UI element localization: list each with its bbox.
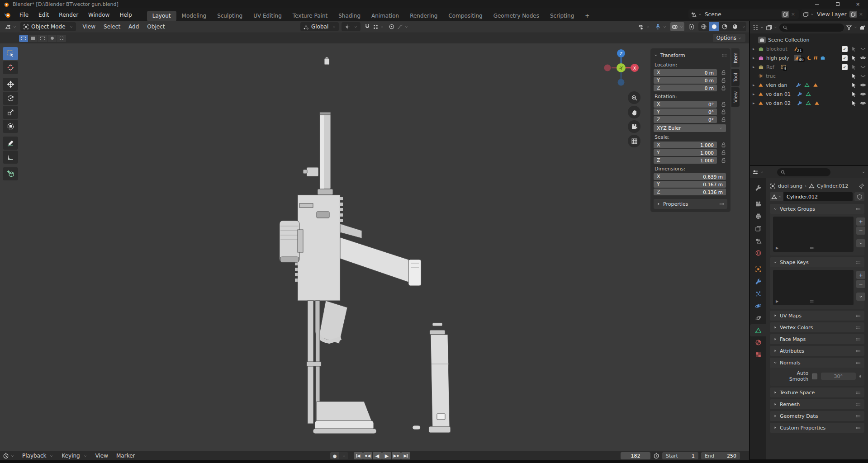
outliner-row-vo-dan-01[interactable]: ▸ vo dan 01 (750, 90, 868, 99)
outliner-row-truc[interactable]: truc (750, 71, 868, 80)
exclude-checkbox[interactable]: ✓ (842, 55, 848, 61)
expand-icon[interactable]: ▸ (753, 101, 758, 105)
previous-keyframe-button[interactable]: ◆◀ (363, 452, 372, 459)
rotation-z-field[interactable]: Z0° (654, 116, 717, 123)
selectable-icon[interactable] (851, 64, 857, 70)
record-button[interactable]: ● (330, 452, 339, 459)
panel-shape-keys[interactable]: Shape Keys (770, 257, 864, 267)
proportional-falloff-dropdown[interactable] (396, 22, 409, 31)
outliner-row-vien-dan[interactable]: ▸ vien dan (750, 80, 868, 90)
new-view-layer-icon[interactable] (849, 11, 857, 18)
auto-smooth-checkbox[interactable] (812, 373, 817, 379)
breadcrumb-object[interactable]: duoi sung (778, 183, 802, 189)
scale-y-field[interactable]: Y1.000 (654, 149, 717, 156)
zoom-button[interactable] (628, 91, 640, 104)
rotation-y-field[interactable]: Y0° (654, 109, 717, 115)
properties-filter-dropdown[interactable] (860, 170, 866, 175)
view-layer-selector[interactable]: View Layer × (801, 9, 867, 19)
frame-start-field[interactable]: Start1 (662, 452, 698, 459)
panel-grip-icon[interactable] (721, 52, 727, 58)
viewport-menu-add[interactable]: Add (124, 24, 143, 30)
remove-vertex-group-button[interactable]: − (856, 227, 865, 235)
animate-decorator[interactable] (859, 375, 861, 378)
selectable-icon[interactable] (851, 91, 857, 97)
hide-eye-icon[interactable] (860, 55, 866, 61)
location-y-field[interactable]: Y0 m (654, 77, 717, 84)
new-scene-icon[interactable] (782, 11, 789, 18)
workspace-tab-layout[interactable]: Layout (147, 11, 176, 21)
workspace-tab-scripting[interactable]: Scripting (545, 11, 579, 21)
outliner-row-ref[interactable]: ▸ Ref 3 ✓ (750, 62, 868, 71)
shading-solid-button[interactable] (709, 22, 719, 31)
snap-toggle[interactable] (363, 22, 371, 31)
add-vertex-group-button[interactable]: + (856, 217, 865, 226)
sidebar-tab-view[interactable]: View (731, 87, 740, 107)
jump-to-end-button[interactable]: ▶ (401, 452, 410, 459)
tool-select-box[interactable] (3, 47, 18, 60)
panel-face-maps[interactable]: Face Maps (770, 334, 864, 344)
lock-location-x-icon[interactable] (721, 70, 726, 76)
timeline-menu-marker[interactable]: Marker (112, 453, 139, 459)
workspace-tab-compositing[interactable]: Compositing (443, 11, 488, 21)
outliner-search-input[interactable] (779, 24, 844, 32)
outliner-row-scene-collection[interactable]: Scene Collection (750, 35, 868, 44)
timeline-editor-type-button[interactable] (3, 453, 14, 459)
workspace-tab-geometry-nodes[interactable]: Geometry Nodes (488, 11, 545, 21)
list-expand-icon[interactable]: ▶ (776, 246, 778, 250)
tab-modifiers[interactable] (750, 275, 766, 288)
workspace-tab-texture-paint[interactable]: Texture Paint (287, 11, 333, 21)
add-shape-key-button[interactable]: + (856, 271, 865, 279)
panel-custom-properties[interactable]: Custom Properties (770, 423, 864, 433)
scene-selector[interactable]: Scene × (688, 9, 799, 19)
jump-to-start-button[interactable]: ◀ (354, 452, 363, 459)
select-mode-invert-button[interactable] (47, 35, 57, 42)
workspace-tab-rendering[interactable]: Rendering (404, 11, 443, 21)
auto-smooth-angle-field[interactable]: 30° (821, 373, 856, 380)
use-preview-range-icon[interactable] (653, 453, 659, 459)
panel-uv-maps[interactable]: UV Maps (770, 311, 864, 321)
viewport-menu-view[interactable]: View (79, 24, 100, 30)
tool-move[interactable] (3, 78, 18, 91)
hide-eye-icon[interactable] (860, 73, 866, 79)
tab-material[interactable] (750, 336, 766, 349)
tool-cursor[interactable] (3, 61, 18, 74)
selectable-icon[interactable] (851, 82, 857, 88)
lock-location-z-icon[interactable] (721, 85, 726, 91)
panel-geometry-data[interactable]: Geometry Data (770, 411, 864, 421)
datablock-type-button[interactable] (770, 192, 783, 201)
location-x-field[interactable]: X0 m (654, 69, 717, 76)
gun-model[interactable] (271, 45, 461, 443)
hide-eye-icon[interactable] (860, 91, 866, 97)
outliner-filter-button[interactable] (846, 24, 858, 31)
blender-menu-icon[interactable] (0, 11, 14, 19)
workspace-tab-sculpting[interactable]: Sculpting (212, 11, 248, 21)
play-reverse-button[interactable]: ◀ (373, 452, 382, 459)
play-button[interactable]: ▶ (382, 452, 391, 459)
proportional-editing-toggle[interactable] (388, 22, 396, 31)
tab-render[interactable] (750, 198, 766, 210)
panel-normals[interactable]: Normals (770, 358, 864, 368)
outliner-row-blockout[interactable]: ▸ blockout 21 ✓ (750, 44, 868, 53)
tool-add-cube[interactable] (3, 167, 18, 180)
select-mode-subtract-button[interactable] (38, 35, 47, 42)
expand-icon[interactable]: ▸ (753, 65, 758, 69)
rotation-x-field[interactable]: X0° (654, 101, 717, 108)
ortho-grid-button[interactable] (628, 135, 640, 147)
unlink-scene-icon[interactable]: × (789, 11, 797, 17)
list-resize-grip[interactable] (809, 245, 815, 251)
viewport-menu-object[interactable]: Object (143, 24, 169, 30)
list-resize-grip[interactable] (809, 298, 815, 304)
tool-transform[interactable] (3, 120, 18, 133)
restore-button[interactable] (827, 0, 848, 8)
menu-render[interactable]: Render (54, 8, 83, 21)
expand-icon[interactable]: ▸ (753, 47, 758, 51)
lock-rotation-x-icon[interactable] (721, 101, 726, 107)
exclude-checkbox[interactable]: ✓ (842, 64, 848, 70)
transform-panel-title[interactable]: Transform (660, 52, 685, 58)
fake-user-shield-icon[interactable] (854, 192, 864, 201)
pivot-point-dropdown[interactable] (342, 22, 360, 31)
properties-search-input[interactable] (777, 168, 830, 176)
menu-edit[interactable]: Edit (33, 8, 54, 21)
record-options-dropdown[interactable] (339, 452, 348, 459)
panel-vertex-colors[interactable]: Vertex Colors (770, 322, 864, 332)
